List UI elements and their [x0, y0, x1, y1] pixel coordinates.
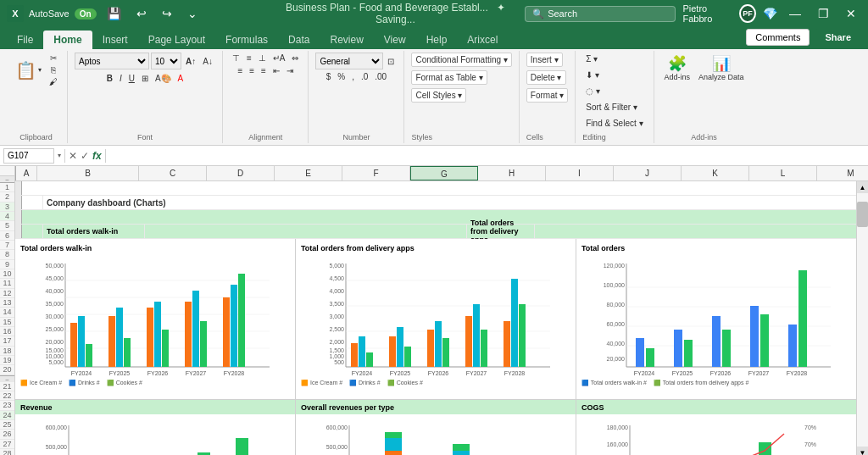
increase-indent-button[interactable]: ⇥ — [284, 65, 296, 76]
restore-button[interactable]: ❐ — [813, 5, 834, 22]
vertical-scrollbar[interactable]: ▲ ▼ — [856, 181, 868, 455]
font-color-button[interactable]: A — [175, 73, 186, 84]
scroll-down-button[interactable]: ▼ — [857, 447, 868, 455]
merge-center-button[interactable]: ⇔ — [289, 53, 301, 64]
row-num-22: 22 — [0, 391, 14, 401]
customize-qat-button[interactable]: ⌄ — [182, 5, 203, 22]
share-button[interactable]: Share — [815, 29, 861, 46]
col-header-i[interactable]: I — [546, 166, 614, 180]
addins-label: Add-ins — [691, 131, 717, 141]
cell-reference-box[interactable] — [3, 148, 54, 164]
decrease-indent-button[interactable]: ⇤ — [270, 65, 282, 76]
cell-styles-button[interactable]: Cell Styles ▾ — [411, 88, 466, 103]
comments-button[interactable]: Comments — [746, 29, 810, 46]
analyze-data-button[interactable]: 📊 Analyze Data — [695, 53, 748, 83]
format-cells-button[interactable]: Format ▾ — [526, 88, 568, 103]
close-button[interactable]: ✕ — [841, 5, 861, 22]
bold-button[interactable]: B — [104, 73, 115, 84]
row-num-12: 12 — [0, 289, 14, 298]
chart-walk-in-legend: 🟧 Ice Cream # 🟦 Drinks # 🟩 Cookies # — [20, 380, 290, 386]
col-header-b[interactable]: B — [37, 166, 139, 180]
align-bottom-button[interactable]: ⊥ — [256, 53, 269, 64]
search-box[interactable]: 🔍 Search — [525, 6, 676, 22]
redo-button[interactable]: ↪ — [157, 5, 177, 22]
tab-arixcel[interactable]: Arixcel — [457, 31, 508, 49]
sort-filter-button[interactable]: Sort & Filter ▾ — [582, 101, 641, 114]
border-button[interactable]: ⊞ — [139, 73, 151, 84]
copy-button[interactable]: ⎘ — [47, 64, 60, 75]
underline-button[interactable]: U — [126, 73, 137, 84]
col-header-l[interactable]: L — [749, 166, 817, 180]
title-bar-left: X AutoSave On 💾 ↩ ↪ ⌄ — [7, 5, 266, 22]
align-right-button[interactable]: ≡ — [259, 65, 269, 76]
align-top-button[interactable]: ⊤ — [230, 53, 242, 64]
col-header-k[interactable]: K — [682, 166, 749, 180]
tab-insert[interactable]: Insert — [92, 31, 138, 49]
find-select-button[interactable]: Find & Select ▾ — [582, 117, 646, 130]
insert-cells-button[interactable]: Insert ▾ — [526, 53, 563, 67]
align-left-button[interactable]: ≡ — [235, 65, 245, 76]
decrease-decimal-button[interactable]: .0 — [359, 71, 370, 82]
col-header-m[interactable]: M — [817, 166, 868, 180]
format-painter-button[interactable]: 🖌 — [47, 76, 60, 87]
currency-button[interactable]: $ — [324, 71, 334, 82]
format-as-table-button[interactable]: Format as Table ▾ — [411, 70, 487, 85]
fill-button[interactable]: ⬇ ▾ — [582, 69, 603, 81]
col-header-a[interactable]: A — [16, 166, 37, 180]
percent-button[interactable]: % — [335, 71, 348, 82]
col-header-f[interactable]: F — [342, 166, 410, 180]
tab-view[interactable]: View — [374, 31, 416, 49]
tab-file[interactable]: File — [7, 31, 43, 49]
tab-help[interactable]: Help — [416, 31, 458, 49]
col-header-g[interactable]: G — [410, 166, 478, 180]
col-header-h[interactable]: H — [478, 166, 546, 180]
ribbon-group-addins: 🧩 Add-ins 📊 Analyze Data Add-ins — [654, 51, 754, 143]
clear-button[interactable]: ◌ ▾ — [582, 85, 604, 97]
chart-total-title: Total orders — [581, 244, 851, 252]
svg-text:20,000: 20,000 — [607, 356, 626, 362]
cancel-formula-icon[interactable]: ✕ — [69, 150, 77, 162]
paste-button[interactable]: 📋 ▾ — [12, 58, 45, 82]
increase-decimal-button[interactable]: .00 — [372, 71, 389, 82]
scroll-up-button[interactable]: ▲ — [857, 181, 868, 193]
save-icon[interactable]: 💾 — [102, 5, 126, 22]
col-header-c[interactable]: C — [139, 166, 207, 180]
formula-input[interactable] — [109, 151, 865, 161]
comma-button[interactable]: , — [349, 71, 357, 82]
confirm-formula-icon[interactable]: ✓ — [81, 150, 89, 162]
fill-color-button[interactable]: A🎨 — [153, 73, 174, 84]
font-size-select[interactable]: 10 — [151, 53, 181, 69]
number-format-select[interactable]: General — [315, 53, 383, 69]
align-center-button[interactable]: ≡ — [247, 65, 257, 76]
scroll-thumb[interactable] — [857, 202, 868, 227]
tab-home[interactable]: Home — [43, 31, 92, 49]
delete-cells-button[interactable]: Delete ▾ — [526, 70, 566, 85]
addins-button[interactable]: 🧩 Add-ins — [661, 53, 694, 83]
number-format-expand[interactable]: ⊡ — [385, 56, 397, 67]
svg-text:70%: 70% — [804, 441, 816, 447]
autosum-button[interactable]: Σ ▾ — [582, 53, 601, 65]
tab-page-layout[interactable]: Page Layout — [138, 31, 215, 49]
dropdown-arrow-icon[interactable]: ▾ — [58, 152, 61, 159]
col-header-d[interactable]: D — [207, 166, 275, 180]
avatar[interactable]: PF — [739, 4, 756, 23]
font-name-select[interactable]: Aptos — [75, 53, 149, 69]
svg-text:600,000: 600,000 — [326, 424, 348, 430]
increase-font-button[interactable]: A↑ — [183, 56, 198, 67]
italic-button[interactable]: I — [117, 73, 125, 84]
undo-button[interactable]: ↩ — [131, 5, 152, 22]
conditional-formatting-button[interactable]: Conditional Formatting ▾ — [411, 53, 511, 67]
insert-function-icon[interactable]: fx — [92, 150, 102, 162]
align-middle-button[interactable]: ≡ — [244, 53, 254, 64]
tab-data[interactable]: Data — [278, 31, 320, 49]
minimize-button[interactable]: — — [784, 5, 806, 22]
cut-button[interactable]: ✂ — [47, 53, 60, 64]
decrease-font-button[interactable]: A↓ — [200, 56, 215, 67]
svg-text:5,000: 5,000 — [329, 263, 344, 269]
tab-review[interactable]: Review — [320, 31, 373, 49]
autosave-toggle[interactable]: On — [75, 8, 97, 19]
col-header-j[interactable]: J — [614, 166, 682, 180]
col-header-e[interactable]: E — [275, 166, 342, 180]
wrap-text-button[interactable]: ↵A — [270, 53, 288, 64]
tab-formulas[interactable]: Formulas — [215, 31, 278, 49]
